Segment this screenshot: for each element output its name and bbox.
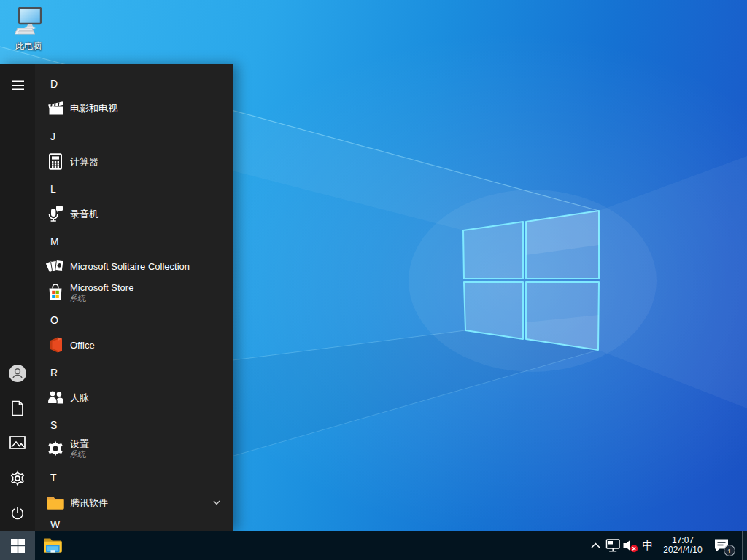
show-desktop-button[interactable] <box>742 531 747 560</box>
start-menu-app-list: D 电影和电视 J <box>35 64 233 531</box>
app-row-settings[interactable]: 设置 系统 <box>35 434 233 463</box>
settings-gear-icon <box>9 470 26 486</box>
tray-ime-button[interactable]: 中 <box>639 531 657 560</box>
movies-tv-icon <box>47 100 64 116</box>
action-center-button[interactable]: 1 <box>712 531 740 560</box>
desktop-icon-label: 此电脑 <box>15 40 42 52</box>
section-letter-d[interactable]: D <box>50 76 80 92</box>
ime-label: 中 <box>643 539 654 553</box>
section-letter-o[interactable]: O <box>50 312 80 328</box>
user-avatar <box>8 364 27 383</box>
documents-icon <box>10 400 25 416</box>
app-row-people[interactable]: 人脉 <box>35 386 233 409</box>
section-letter-w[interactable]: W <box>50 516 80 531</box>
hamburger-icon <box>12 80 24 90</box>
app-label: 录音机 <box>70 209 209 219</box>
app-row-calculator[interactable]: 计算器 <box>35 149 233 173</box>
pictures-button[interactable] <box>0 425 35 460</box>
chevron-up-icon <box>591 542 600 548</box>
app-row-movies-tv[interactable]: 电影和电视 <box>35 96 233 120</box>
office-icon <box>47 336 63 354</box>
pictures-icon <box>9 436 26 449</box>
start-menu: D 电影和电视 J <box>0 64 233 531</box>
calculator-icon <box>48 153 63 170</box>
app-label: 设置 <box>70 438 209 449</box>
tray-clock-button[interactable]: 17:07 2024/4/10 <box>656 531 710 560</box>
tray-date: 2024/4/10 <box>663 545 702 555</box>
power-button[interactable] <box>0 496 35 531</box>
store-icon <box>47 284 63 301</box>
app-row-microsoft-store[interactable]: Microsoft Store 系统 <box>35 278 233 307</box>
windows-logo-icon <box>11 539 25 553</box>
app-label: 电影和电视 <box>70 103 209 114</box>
section-letter-t[interactable]: T <box>50 470 80 486</box>
rail-settings-button[interactable] <box>0 461 35 496</box>
app-sublabel: 系统 <box>70 293 209 303</box>
section-letter-m[interactable]: M <box>50 233 80 249</box>
app-label: Office <box>70 340 209 351</box>
notification-badge: 1 <box>724 545 735 556</box>
section-letter-j[interactable]: J <box>50 128 80 144</box>
app-row-office[interactable]: Office <box>35 333 233 357</box>
section-letter-s[interactable]: S <box>50 417 80 433</box>
app-label: 人脉 <box>70 392 209 403</box>
start-button[interactable] <box>0 531 35 560</box>
app-label: Microsoft Store <box>70 282 209 293</box>
people-icon <box>47 389 64 405</box>
folder-icon <box>46 495 65 510</box>
section-letter-l[interactable]: L <box>50 181 80 197</box>
section-letter-r[interactable]: R <box>50 365 80 381</box>
power-icon <box>9 505 26 521</box>
settings-icon <box>47 440 64 457</box>
network-icon <box>605 538 621 553</box>
user-account-button[interactable] <box>0 356 35 391</box>
app-row-tencent-folder[interactable]: 腾讯软件 <box>35 491 233 514</box>
chevron-down-icon <box>212 497 222 508</box>
app-sublabel: 系统 <box>70 449 209 459</box>
desktop-icon-this-pc[interactable]: 此电脑 <box>7 4 50 57</box>
solitaire-icon <box>46 257 65 275</box>
app-row-voice-recorder[interactable]: 录音机 <box>35 202 233 225</box>
app-label: 计算器 <box>70 156 209 167</box>
windows-desktop-screen: 此电脑 <box>0 0 747 560</box>
tray-network-button[interactable] <box>603 531 622 560</box>
volume-muted-icon <box>622 538 639 553</box>
app-label: Microsoft Solitaire Collection <box>70 261 209 272</box>
app-row-solitaire[interactable]: Microsoft Solitaire Collection <box>35 254 233 278</box>
expand-menu-button[interactable] <box>0 68 35 103</box>
file-explorer-icon <box>42 537 63 554</box>
tray-volume-button[interactable] <box>621 531 640 560</box>
app-label: 腾讯软件 <box>70 497 209 508</box>
documents-button[interactable] <box>0 391 35 426</box>
file-explorer-button[interactable] <box>35 531 70 560</box>
tray-hidden-icons-button[interactable] <box>588 531 603 560</box>
start-menu-rail <box>0 64 35 531</box>
taskbar: 中 17:07 2024/4/10 1 <box>0 531 747 560</box>
voice-recorder-icon <box>47 205 63 222</box>
this-pc-icon <box>11 4 46 39</box>
